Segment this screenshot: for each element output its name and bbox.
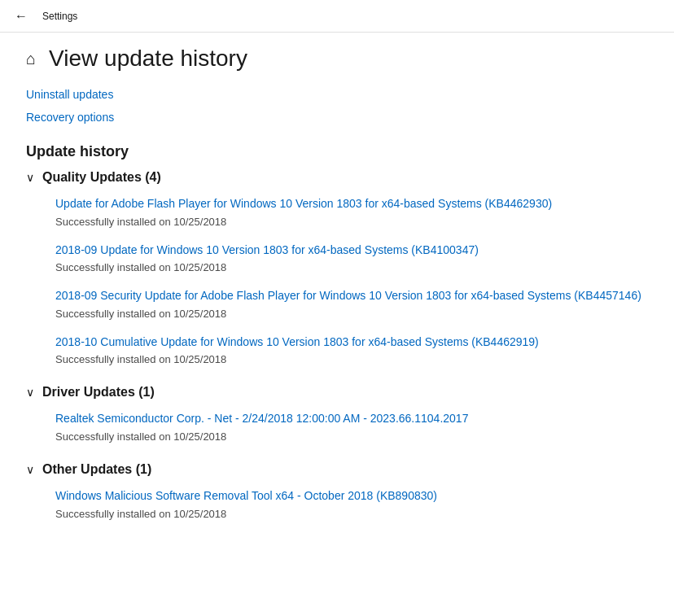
update-history-section-title: Update history [26, 143, 648, 160]
update-status-driver-0: Successfully installed on 10/25/2018 [55, 430, 648, 443]
recovery-options-link[interactable]: Recovery options [26, 111, 648, 124]
category-label-driver: Driver Updates (1) [42, 385, 155, 400]
category-driver: ∨ Driver Updates (1) Realtek Semiconduct… [26, 385, 648, 443]
update-status-quality-0: Successfully installed on 10/25/2018 [55, 216, 648, 228]
category-label-other: Other Updates (1) [42, 462, 151, 477]
update-item-quality-2: 2018-09 Security Update for Adobe Flash … [55, 288, 648, 320]
update-status-quality-1: Successfully installed on 10/25/2018 [55, 261, 648, 273]
update-item-quality-1: 2018-09 Update for Windows 10 Version 18… [55, 242, 648, 274]
category-header-other[interactable]: ∨ Other Updates (1) [26, 462, 648, 477]
categories-container: ∨ Quality Updates (4) Update for Adobe F… [26, 170, 648, 520]
update-item-other-0: Windows Malicious Software Removal Tool … [55, 488, 648, 520]
update-status-quality-3: Successfully installed on 10/25/2018 [55, 353, 648, 365]
home-icon[interactable]: ⌂ [26, 50, 36, 68]
category-header-quality[interactable]: ∨ Quality Updates (4) [26, 170, 648, 185]
uninstall-updates-link[interactable]: Uninstall updates [26, 88, 648, 101]
chevron-icon-quality: ∨ [26, 171, 34, 184]
app-name: Settings [42, 11, 77, 22]
update-item-driver-0: Realtek Semiconductor Corp. - Net - 2/24… [55, 411, 648, 443]
page-header: ⌂ View update history [26, 46, 648, 72]
chevron-icon-other: ∨ [26, 463, 34, 476]
update-link-quality-1[interactable]: 2018-09 Update for Windows 10 Version 18… [55, 242, 648, 259]
category-header-driver[interactable]: ∨ Driver Updates (1) [26, 385, 648, 400]
update-link-quality-0[interactable]: Update for Adobe Flash Player for Window… [55, 196, 648, 212]
update-link-other-0[interactable]: Windows Malicious Software Removal Tool … [55, 488, 648, 505]
update-link-quality-2[interactable]: 2018-09 Security Update for Adobe Flash … [55, 288, 648, 304]
update-link-driver-0[interactable]: Realtek Semiconductor Corp. - Net - 2/24… [55, 411, 648, 427]
back-icon: ← [15, 9, 28, 24]
update-link-quality-3[interactable]: 2018-10 Cumulative Update for Windows 10… [55, 334, 648, 351]
update-status-quality-2: Successfully installed on 10/25/2018 [55, 308, 648, 320]
title-bar: ← Settings [0, 0, 674, 33]
category-other: ∨ Other Updates (1) Windows Malicious So… [26, 462, 648, 520]
category-label-quality: Quality Updates (4) [42, 170, 161, 185]
update-status-other-0: Successfully installed on 10/25/2018 [55, 508, 648, 520]
main-content: ⌂ View update history Uninstall updates … [0, 33, 674, 566]
chevron-icon-driver: ∨ [26, 386, 34, 399]
page-title: View update history [49, 46, 247, 72]
back-button[interactable]: ← [10, 5, 33, 28]
category-quality: ∨ Quality Updates (4) Update for Adobe F… [26, 170, 648, 365]
update-item-quality-3: 2018-10 Cumulative Update for Windows 10… [55, 334, 648, 366]
update-item-quality-0: Update for Adobe Flash Player for Window… [55, 196, 648, 228]
